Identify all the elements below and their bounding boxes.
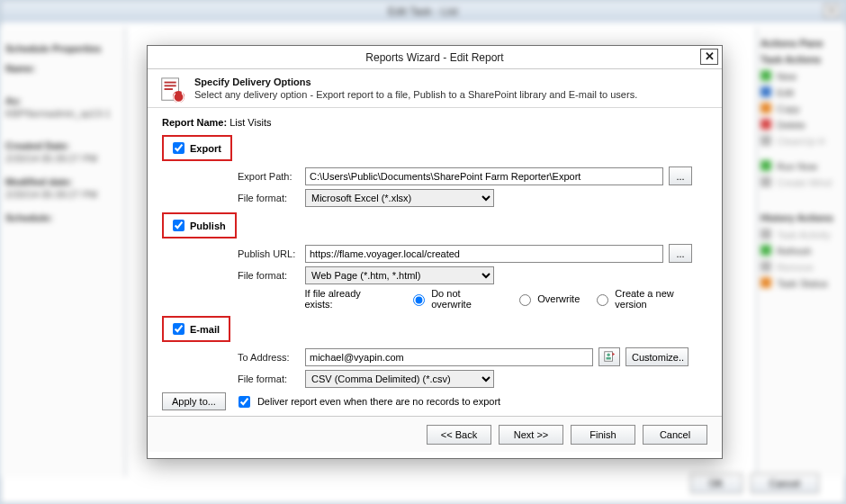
email-format-label: File format: bbox=[238, 374, 305, 384]
publish-format-select[interactable]: Web Page (*.htm, *.html) bbox=[305, 266, 494, 284]
publish-checkbox[interactable]: Publish bbox=[162, 212, 237, 238]
svg-rect-1 bbox=[165, 82, 176, 84]
address-book-icon bbox=[603, 350, 616, 363]
dialog-titlebar: Reports Wizard - Edit Report ✕ bbox=[148, 46, 722, 69]
address-book-button[interactable] bbox=[598, 347, 620, 366]
left-properties-pane: Schedule Properties Name: As: KBP\farmad… bbox=[0, 27, 126, 477]
header-title: Specify Delivery Options bbox=[194, 76, 637, 87]
email-format-select[interactable]: CSV (Comma Delimited) (*.csv) bbox=[305, 370, 494, 388]
dialog-title-text: Reports Wizard - Edit Report bbox=[365, 51, 503, 64]
to-address-input[interactable] bbox=[305, 348, 593, 366]
export-checkbox-input[interactable] bbox=[173, 142, 184, 154]
svg-rect-7 bbox=[607, 356, 611, 359]
customize-button[interactable]: Customize.. bbox=[626, 347, 688, 366]
parent-window-title: Edit Task - List × bbox=[1, 1, 845, 22]
back-button[interactable]: << Back bbox=[427, 425, 491, 445]
report-icon bbox=[158, 76, 185, 102]
apply-to-button[interactable]: Apply to... bbox=[162, 392, 226, 410]
export-format-select[interactable]: Microsoft Excel (*.xlsx) bbox=[305, 189, 494, 207]
deliver-even-checkbox[interactable]: Deliver report even when there are no re… bbox=[235, 393, 500, 410]
svg-point-6 bbox=[607, 353, 610, 356]
parent-footer-buttons: OK Cancel bbox=[685, 473, 819, 493]
radio-overwrite[interactable]: Overwrite bbox=[515, 292, 580, 306]
publish-browse-button[interactable]: ... bbox=[669, 244, 692, 263]
exists-label: If file already exists: bbox=[304, 288, 391, 310]
export-path-input[interactable] bbox=[305, 167, 663, 185]
radio-do-not-overwrite[interactable]: Do not overwrite bbox=[409, 288, 502, 310]
export-path-label: Export Path: bbox=[238, 171, 305, 182]
report-name-label: Report Name: bbox=[162, 117, 227, 128]
actions-pane: Actions Pane Task Actions New Edit Copy … bbox=[756, 27, 846, 477]
email-checkbox-input[interactable] bbox=[173, 323, 184, 335]
export-format-label: File format: bbox=[238, 193, 305, 203]
export-browse-button[interactable]: ... bbox=[669, 166, 692, 185]
close-button[interactable]: ✕ bbox=[700, 49, 718, 65]
email-checkbox[interactable]: E-mail bbox=[162, 316, 230, 342]
publish-url-label: Publish URL: bbox=[238, 248, 305, 259]
svg-rect-3 bbox=[165, 88, 173, 90]
export-checkbox[interactable]: Export bbox=[162, 135, 232, 161]
dialog-footer: << Back Next >> Finish Cancel bbox=[148, 416, 722, 452]
publish-format-label: File format: bbox=[238, 270, 305, 281]
report-name-value: List Visits bbox=[230, 117, 271, 128]
dialog-header: Specify Delivery Options Select any deli… bbox=[148, 69, 722, 108]
to-address-label: To Address: bbox=[238, 352, 305, 363]
reports-wizard-dialog: Reports Wizard - Edit Report ✕ Specify D… bbox=[147, 45, 723, 459]
header-subtitle: Select any delivery option - Export repo… bbox=[194, 89, 637, 100]
radio-new-version[interactable]: Create a new version bbox=[592, 288, 707, 310]
report-name-line: Report Name: List Visits bbox=[162, 117, 707, 128]
next-button[interactable]: Next >> bbox=[499, 425, 563, 445]
publish-url-input[interactable] bbox=[305, 245, 663, 263]
finish-button[interactable]: Finish bbox=[571, 425, 635, 445]
cancel-button[interactable]: Cancel bbox=[643, 425, 707, 445]
publish-checkbox-input[interactable] bbox=[173, 220, 184, 231]
parent-close-icon: × bbox=[824, 4, 840, 18]
svg-rect-2 bbox=[165, 85, 176, 86]
